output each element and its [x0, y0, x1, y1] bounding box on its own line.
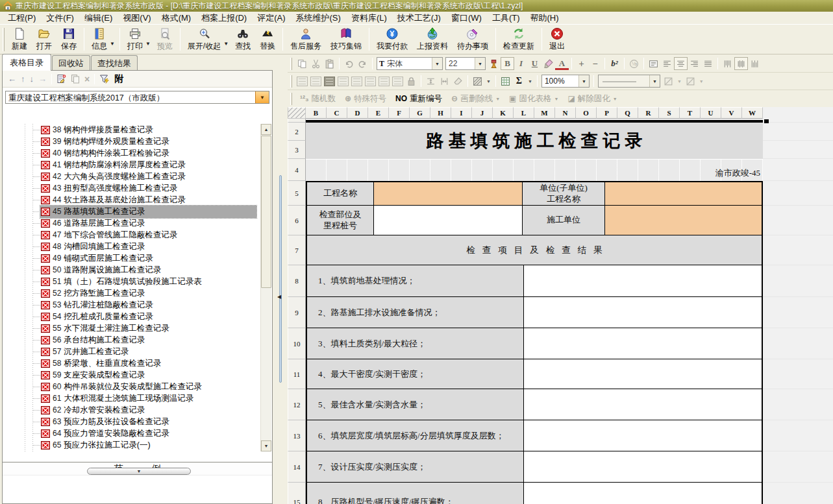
check-item-label-cell[interactable]: 2、路基施工排水设施准备情况； — [307, 297, 524, 328]
unit-project-label-cell[interactable]: 单位(子单位) 工程名称 — [523, 182, 605, 205]
catalog-tree-item[interactable]: 56 承台结构施工检查记录 — [3, 334, 272, 346]
check-item-label-cell[interactable]: 1、填筑前地基处理情况； — [307, 265, 524, 296]
menu-item[interactable]: 资料库(L) — [346, 11, 392, 25]
catalog-tree-item[interactable]: 50 道路附属设施施工检查记录 — [3, 264, 272, 276]
column-header[interactable]: C — [327, 107, 347, 119]
menu-item[interactable]: 文件(F) — [41, 11, 79, 25]
column-header[interactable]: B — [306, 107, 327, 119]
menu-item[interactable]: 工程(P) — [3, 11, 41, 25]
catalog-tree-item[interactable]: 54 挖孔桩成孔质量检查记录 — [3, 311, 272, 322]
after-sales-service-button[interactable]: 售后服务 — [286, 26, 326, 53]
row-header[interactable]: 10 — [288, 328, 306, 359]
move-down-button[interactable]: ↓ — [30, 74, 34, 84]
expand-dropdown-arrow[interactable]: ▼ — [223, 41, 229, 47]
special-tool-button[interactable]: NO 重新编号 ▼ — [391, 93, 447, 104]
catalog-tree-item[interactable]: 61 大体积混凝土浇筑施工现场测温记录 — [3, 392, 272, 404]
upload-materials-button[interactable]: 上报资料 — [412, 26, 453, 53]
tips-collection-button[interactable]: 技巧集锦 — [326, 26, 366, 53]
check-item-label-cell[interactable]: 5、最佳含水量/实测含水量； — [307, 389, 524, 420]
catalog-tree-item[interactable]: 64 预应力管道安装隐蔽检查记录 — [3, 427, 272, 439]
row-header[interactable]: 2 — [288, 123, 306, 141]
move-up-button[interactable]: ↑ — [21, 74, 25, 84]
contractor-input-cell[interactable] — [605, 206, 762, 235]
check-result-cell[interactable] — [524, 389, 762, 420]
project-name-label-cell[interactable]: 工程名称 — [307, 182, 374, 205]
font-combo-arrow[interactable]: ▼ — [432, 58, 442, 69]
special-tool-button[interactable]: ¹²₃ 随机数 ▼ — [295, 93, 340, 104]
check-item-label-cell[interactable]: 4、最大干密度/实测干密度； — [307, 359, 524, 389]
panel-splitter[interactable]: ◀ — [274, 55, 288, 504]
catalog-dropdown[interactable]: 重庆建设工程档案编制系统2017（市政版） ▼ — [5, 91, 269, 104]
check-result-cell[interactable] — [524, 359, 762, 389]
column-header[interactable]: U — [701, 107, 721, 119]
catalog-tree-item[interactable]: 53 钻孔灌注桩隐蔽检查记录 — [3, 299, 272, 311]
row-header[interactable]: 9 — [288, 297, 306, 328]
check-result-cell[interactable] — [524, 483, 762, 504]
menu-item[interactable]: 编辑(E) — [79, 11, 118, 25]
column-header[interactable]: D — [347, 107, 368, 119]
catalog-tree-item[interactable]: 51 填（土）石路堤填筑试验段施工记录表 — [3, 276, 272, 287]
tab-recycle-bin[interactable]: 回收站 — [52, 55, 90, 71]
section-header-cell[interactable]: 检查项目及检查结果 — [307, 235, 762, 265]
sum-dropdown-arrow[interactable]: ▼ — [528, 79, 532, 84]
column-header[interactable]: V — [721, 107, 742, 119]
catalog-tree-item[interactable]: 57 沉井施工检查记录 — [3, 346, 272, 357]
find-button[interactable]: 查找 — [230, 26, 255, 53]
menu-item[interactable]: 格式(M) — [156, 11, 197, 25]
menu-item[interactable]: 工具(T) — [487, 11, 525, 25]
contractor-label-cell[interactable]: 施工单位 — [523, 206, 605, 235]
column-header[interactable]: Q — [617, 107, 638, 119]
check-item-label-cell[interactable]: 6、填筑层宽度/填筑层标高/分层填筑厚度及层数； — [307, 420, 524, 451]
column-header[interactable]: S — [659, 107, 680, 119]
catalog-tree-item[interactable]: 62 冷却水管安装检查记录 — [3, 404, 272, 416]
catalog-tree-item[interactable]: 52 挖方路堑施工检查记录 — [3, 287, 272, 299]
increase-size-button[interactable]: + — [575, 57, 588, 70]
check-result-cell[interactable] — [524, 265, 762, 296]
filter-icon[interactable] — [99, 74, 110, 84]
scroll-down-button[interactable]: ▼ — [261, 440, 271, 451]
row-header[interactable]: 7 — [288, 235, 306, 265]
row-header[interactable]: 13 — [288, 420, 306, 451]
todo-items-button[interactable]: 待办事项 — [453, 26, 493, 53]
toolbar-drag-handle[interactable] — [290, 58, 292, 70]
splitter-collapse-icon[interactable]: ◀ — [277, 294, 281, 300]
column-header[interactable]: L — [514, 107, 534, 119]
special-tool-dropdown-arrow[interactable]: ▼ — [554, 97, 558, 101]
tree-scrollbar[interactable]: ▲ ▼ — [260, 124, 271, 451]
menu-item[interactable]: 系统维护(S) — [291, 11, 346, 25]
column-header[interactable]: F — [389, 107, 410, 119]
add-form-icon[interactable] — [56, 74, 66, 84]
row-header[interactable]: 3 — [288, 141, 306, 159]
catalog-tree-item[interactable]: 46 道路基层施工检查记录 — [3, 217, 272, 229]
catalog-tree-item[interactable]: 44 软土路基及基底处治施工检查记录 — [3, 194, 272, 206]
row-header[interactable]: 11 — [288, 359, 306, 389]
catalog-dropdown-button[interactable]: ▼ — [255, 91, 269, 103]
line-style-arrow[interactable]: ▼ — [649, 75, 660, 87]
pattern-dropdown-arrow[interactable]: ▼ — [486, 79, 491, 84]
toolbar-drag-handle[interactable] — [290, 75, 292, 88]
catalog-tree-item[interactable]: 60 构件吊装就位及安装成型施工检查记录 — [3, 381, 272, 392]
column-header[interactable]: I — [451, 107, 472, 119]
menu-item[interactable]: 视图(V) — [118, 11, 156, 25]
special-tool-dropdown-arrow[interactable]: ▼ — [613, 97, 617, 101]
row-header[interactable]: 4 — [288, 159, 306, 181]
font-color-button[interactable]: A — [555, 59, 569, 70]
inspection-part-label-cell[interactable]: 检查部位及 里程桩号 — [307, 206, 374, 235]
special-tool-button[interactable]: ◪ 解除固化 ▼ — [563, 93, 621, 104]
column-header[interactable]: G — [410, 107, 430, 119]
row-header[interactable]: 5 — [288, 181, 306, 206]
row-header[interactable]: 6 — [288, 206, 306, 235]
catalog-tree-item[interactable]: 42 大六角头高强度螺栓施工检查记录 — [3, 171, 272, 182]
menu-item[interactable]: 帮助(H) — [525, 11, 564, 25]
catalog-tree-item[interactable]: 47 地下综合管线施工隐蔽检查记录 — [3, 229, 272, 241]
check-result-cell[interactable] — [524, 420, 762, 451]
catalog-tree-item[interactable]: 58 桥梁墩、柱垂直度检查记录 — [3, 357, 272, 369]
catalog-tree-item[interactable]: 41 钢结构防腐涂料涂层厚度检查记录 — [3, 159, 272, 171]
check-result-cell[interactable] — [524, 451, 762, 482]
toolbar-drag-handle[interactable] — [290, 93, 292, 105]
project-name-input-cell[interactable] — [374, 182, 523, 205]
attachment-button[interactable]: 附 — [114, 73, 123, 85]
decrease-size-button[interactable]: − — [588, 57, 602, 70]
check-item-label-cell[interactable]: 3、填料土质类别/最大粒径； — [307, 328, 524, 359]
column-header[interactable]: M — [534, 107, 555, 119]
